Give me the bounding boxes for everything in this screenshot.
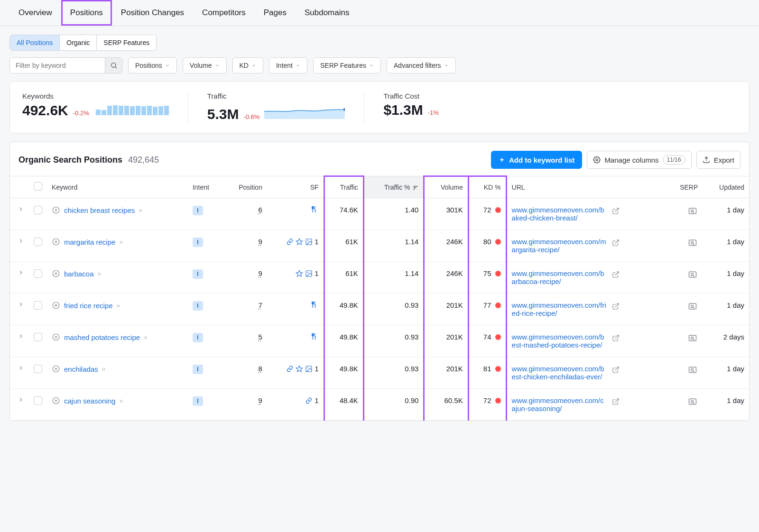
sub-tab-serp-features[interactable]: SERP Features [97,35,156,50]
expand-row-icon[interactable] [18,365,24,371]
open-url-button[interactable] [611,396,621,407]
sub-tab-organic[interactable]: Organic [60,35,97,50]
add-keyword-icon[interactable] [52,301,60,310]
view-serp-button[interactable] [687,269,698,280]
export-icon [703,156,710,164]
open-url-button[interactable] [611,333,621,343]
col-updated[interactable]: Updated [703,176,749,198]
keyword-link[interactable]: fried rice recipe [64,302,113,310]
view-serp-button[interactable] [687,365,698,375]
svg-point-0 [111,63,115,67]
open-url-button[interactable] [611,269,621,280]
col-kd[interactable]: KD % [468,176,506,198]
view-serp-button[interactable] [687,206,698,216]
col-url[interactable]: URL [506,176,666,198]
keyword-link[interactable]: chicken breast recipes [64,206,135,214]
keyword-filter-input[interactable] [10,58,105,73]
view-serp-button[interactable] [687,238,698,248]
filter-advanced[interactable]: Advanced filters [387,57,456,73]
export-button[interactable]: Export [696,151,740,169]
view-serp-button[interactable] [687,301,698,312]
add-keyword-icon[interactable] [52,333,60,341]
col-position[interactable]: Position [223,176,267,198]
col-intent[interactable]: Intent [188,176,223,198]
result-url-link[interactable]: www.gimmesomeoven.com/best-mashed-potato… [512,333,607,349]
manage-columns-count: 11/16 [663,155,685,165]
filter-positions-label: Positions [135,62,162,69]
row-checkbox[interactable] [34,269,42,278]
open-url-button[interactable] [611,301,621,312]
result-url-link[interactable]: www.gimmesomeoven.com/best-chicken-enchi… [512,365,607,381]
row-checkbox[interactable] [34,365,42,373]
keyword-link[interactable]: barbacoa [64,270,94,278]
keyword-link[interactable]: enchiladas [64,365,98,373]
filter-volume[interactable]: Volume [183,57,227,73]
row-checkbox[interactable] [34,206,42,214]
filter-intent[interactable]: Intent [269,57,307,73]
row-checkbox[interactable] [34,301,42,310]
traffic-pct-value: 1.14 [363,230,424,262]
row-checkbox[interactable] [34,333,42,341]
result-url-link[interactable]: www.gimmesomeoven.com/fried-rice-recipe/ [512,301,607,317]
open-url-button[interactable] [611,238,621,248]
kd-value: 72 [483,206,491,214]
expand-row-icon[interactable] [18,269,24,276]
add-keyword-icon[interactable] [52,269,60,278]
row-checkbox[interactable] [34,238,42,246]
tab-overview[interactable]: Overview [9,0,61,26]
position-value: 7 [259,301,262,309]
open-url-button[interactable] [611,365,621,375]
filter-positions[interactable]: Positions [128,57,177,73]
keyword-link[interactable]: cajun seasoning [64,397,115,405]
add-to-keyword-list-label: Add to keyword list [509,156,574,164]
add-keyword-icon[interactable] [52,365,60,373]
col-keyword[interactable]: Keyword [47,176,188,198]
stat-traffic-cost: Traffic Cost $1.3M -1% [383,92,458,122]
col-traffic-pct[interactable]: Traffic % [363,176,424,198]
col-volume[interactable]: Volume [424,176,468,198]
result-url-link[interactable]: www.gimmesomeoven.com/barbacoa-recipe/ [512,269,607,285]
col-sf[interactable]: SF [267,176,324,198]
result-url-link[interactable]: www.gimmesomeoven.com/baked-chicken-brea… [512,206,607,222]
result-url-link[interactable]: www.gimmesomeoven.com/margarita-recipe/ [512,238,607,254]
keyword-filter-search-button[interactable] [105,58,122,73]
expand-row-icon[interactable] [18,238,24,244]
tab-position-changes[interactable]: Position Changes [112,0,193,26]
tab-subdomains[interactable]: Subdomains [296,0,359,26]
sf-count: 1 [315,269,318,277]
serp-icon [688,270,697,279]
filter-kd[interactable]: KD [232,57,263,73]
keyword-link[interactable]: margarita recipe [64,238,115,246]
open-url-button[interactable] [611,206,621,216]
tab-pages[interactable]: Pages [255,0,296,26]
traffic-value: 49.8K [324,294,363,325]
col-serp[interactable]: SERP [666,176,703,198]
external-link-icon [612,366,620,374]
tab-positions[interactable]: Positions [61,0,112,26]
serp-icon [688,397,697,406]
view-serp-button[interactable] [687,396,698,407]
add-keyword-icon[interactable] [52,396,60,405]
keyword-link[interactable]: mashed potatoes recipe [64,333,140,341]
filter-serp-features-label: SERP Features [320,62,366,69]
tab-competitors[interactable]: Competitors [193,0,255,26]
manage-columns-button[interactable]: Manage columns 11/16 [587,151,691,169]
kd-difficulty-dot [495,271,501,276]
add-keyword-icon[interactable] [52,238,60,246]
intent-badge: I [193,301,203,311]
col-checkbox [29,176,47,198]
expand-row-icon[interactable] [18,333,24,339]
expand-row-icon[interactable] [18,206,24,212]
add-to-keyword-list-button[interactable]: Add to keyword list [491,151,582,169]
results-table-card: Organic Search Positions 492,645 Add to … [9,142,750,421]
select-all-checkbox[interactable] [34,182,42,191]
row-checkbox[interactable] [34,396,42,405]
expand-row-icon[interactable] [18,301,24,308]
filter-serp-features[interactable]: SERP Features [313,57,381,73]
sub-tab-all-positions[interactable]: All Positions [10,35,60,50]
result-url-link[interactable]: www.gimmesomeoven.com/cajun-seasoning/ [512,396,607,413]
add-keyword-icon[interactable] [52,206,60,214]
expand-row-icon[interactable] [18,396,24,403]
col-traffic[interactable]: Traffic [324,176,363,198]
view-serp-button[interactable] [687,333,698,343]
